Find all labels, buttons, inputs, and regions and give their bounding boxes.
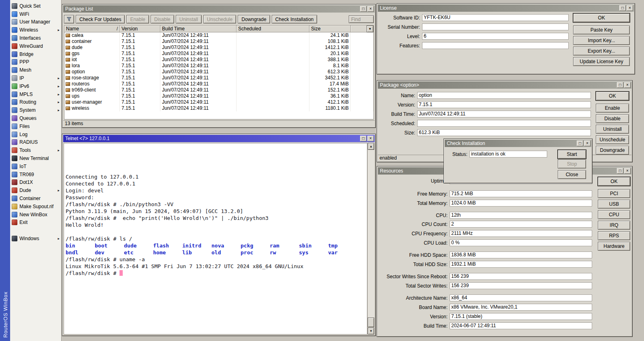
- ok-button[interactable]: OK: [596, 92, 629, 100]
- sidebar-item-mpls[interactable]: MPLS▸: [10, 90, 61, 98]
- column-header-build-time[interactable]: Build Time: [160, 26, 237, 32]
- package-option-titlebar[interactable]: Package <option> □ ×: [378, 81, 631, 89]
- scheduled-field[interactable]: [417, 120, 591, 127]
- usb-button[interactable]: USB: [598, 200, 630, 209]
- sidebar-item-routing[interactable]: Routing▸: [10, 98, 61, 107]
- uninstall-button[interactable]: Uninstall: [596, 125, 629, 134]
- software-id-field[interactable]: YFTK-EK6U: [422, 14, 569, 21]
- table-row[interactable]: iot7.15.1Jun/07/2024 12:49:11388.1 KiB: [64, 57, 373, 63]
- sidebar-item-windows[interactable]: Windows▸: [10, 234, 61, 243]
- table-row[interactable]: user-manager7.15.1Jun/07/2024 12:49:1141…: [64, 99, 373, 105]
- uninstall-button[interactable]: Uninstall: [176, 15, 202, 23]
- column-header-version[interactable]: Version: [120, 26, 160, 32]
- unschedule-button[interactable]: Unschedule: [203, 15, 236, 23]
- terminal[interactable]: Connecting to 127.0.0.1 Connected to 127…: [64, 143, 367, 335]
- restore-icon[interactable]: □: [617, 168, 623, 174]
- sidebar-item-dot1x[interactable]: Dot1X: [10, 179, 61, 187]
- table-row[interactable]: dude7.15.1Jun/07/2024 12:49:111412.1 KiB: [64, 45, 373, 51]
- sidebar-item-mesh[interactable]: Mesh: [10, 66, 61, 74]
- hardware-button[interactable]: Hardware: [598, 242, 630, 251]
- build-time-field[interactable]: Jun/07/2024 12:49:11: [417, 111, 591, 117]
- sidebar-item-user-manager[interactable]: User Manager: [10, 18, 61, 26]
- table-row[interactable]: option7.15.1Jun/07/2024 12:49:11612.3 Ki…: [64, 69, 373, 75]
- size-field[interactable]: 612.3 KiB: [417, 129, 591, 136]
- downgrade-button[interactable]: Downgrade: [596, 146, 629, 155]
- close-icon[interactable]: ×: [367, 6, 374, 12]
- board-name-field[interactable]: x86 VMware, Inc. VMware20,1: [450, 304, 592, 311]
- sidebar-item-dude[interactable]: Dude▸: [10, 186, 61, 194]
- check-installation-button[interactable]: Check Installation: [272, 15, 318, 23]
- cpu-field[interactable]: 12th: [450, 212, 592, 219]
- total-hdd-size-field[interactable]: 1932.1 MiB: [450, 261, 592, 268]
- disable-button[interactable]: Disable: [151, 15, 174, 23]
- find-input[interactable]: [349, 15, 374, 23]
- sidebar-item-radius[interactable]: RADIUS: [10, 139, 61, 147]
- sidebar-item-ppp[interactable]: PPP: [10, 58, 61, 66]
- sector-writes-since-reboot-field[interactable]: 156 239: [450, 273, 592, 280]
- unschedule-button[interactable]: Unschedule: [596, 135, 629, 144]
- sidebar-item-queues[interactable]: Queues: [10, 114, 61, 122]
- table-row[interactable]: routeros7.15.1Jun/07/2024 12:49:1117.4 M…: [64, 81, 373, 87]
- telnet-titlebar[interactable]: Telnet <7> 127.0.0.1 □ ×: [63, 135, 375, 142]
- sidebar-item-ipv6[interactable]: IPv6▸: [10, 82, 61, 90]
- architecture-name-field[interactable]: x86_64: [450, 294, 592, 301]
- enable-button[interactable]: Enable: [126, 15, 149, 23]
- sidebar-item-new-terminal[interactable]: New Terminal: [10, 154, 61, 162]
- features-field[interactable]: [422, 42, 569, 49]
- cpu-load-field[interactable]: 0 %: [450, 239, 592, 246]
- build-time-field[interactable]: 2024-06-07 12:49:11: [450, 322, 592, 329]
- terminal-scrollbar[interactable]: ▲ ▼: [367, 143, 374, 335]
- table-row[interactable]: calea7.15.1Jun/07/2024 12:49:1124.1 KiB: [64, 32, 373, 38]
- check-for-updates-button[interactable]: Check For Updates: [76, 15, 125, 23]
- close-button[interactable]: Close: [558, 170, 586, 179]
- sidebar-item-ip[interactable]: IP▸: [10, 74, 61, 82]
- sidebar-item-make-supout[interactable]: Make Supout.rif: [10, 202, 61, 211]
- close-icon[interactable]: ×: [367, 136, 374, 141]
- sidebar-item-tools[interactable]: Tools▸: [10, 146, 61, 154]
- free-hdd-space-field[interactable]: 1836.8 MiB: [450, 251, 592, 258]
- table-row[interactable]: lora7.15.1Jun/07/2024 12:49:118.1 KiB: [64, 63, 373, 69]
- sidebar-item-log[interactable]: Log: [10, 130, 61, 139]
- start-button[interactable]: Start: [558, 150, 586, 159]
- package-list-titlebar[interactable]: Package List □ ×: [63, 5, 375, 13]
- column-header-size[interactable]: Size: [309, 26, 351, 32]
- cpu-count-field[interactable]: 2: [450, 221, 592, 228]
- close-icon[interactable]: ×: [584, 141, 591, 146]
- free-memory-field[interactable]: 715.2 MiB: [450, 190, 592, 197]
- filter-button[interactable]: [64, 15, 74, 23]
- update-license-key-button[interactable]: Update License Key: [573, 57, 630, 66]
- cpu-frequency-field[interactable]: 2111 MHz: [450, 230, 592, 237]
- sidebar-item-iot[interactable]: IoT: [10, 162, 61, 170]
- sidebar-item-files[interactable]: Files: [10, 122, 61, 130]
- sidebar-item-wifi[interactable]: WiFi: [10, 10, 61, 18]
- sidebar-item-quick-set[interactable]: Quick Set: [10, 2, 61, 10]
- irq-button[interactable]: IRQ: [598, 221, 630, 230]
- column-header-name[interactable]: Name/: [64, 26, 120, 32]
- table-row[interactable]: container7.15.1Jun/07/2024 12:49:11108.1…: [64, 38, 373, 45]
- column-header-scheduled[interactable]: Scheduled: [237, 26, 309, 32]
- sidebar-item-bridge[interactable]: Bridge: [10, 50, 61, 58]
- pci-button[interactable]: PCI: [598, 189, 630, 198]
- sidebar-item-wireless[interactable]: Wireless▸: [10, 26, 61, 34]
- rps-button[interactable]: RPS: [598, 231, 630, 240]
- cpu-button[interactable]: CPU: [598, 210, 630, 219]
- sidebar-item-wireguard[interactable]: WireGuard: [10, 42, 61, 50]
- sidebar-item-container[interactable]: Container: [10, 194, 61, 202]
- check-installation-titlebar[interactable]: Check Installation □ ×: [445, 140, 591, 147]
- restore-icon[interactable]: □: [360, 6, 367, 12]
- table-row[interactable]: ups7.15.1Jun/07/2024 12:49:1136.1 KiB: [64, 93, 373, 99]
- downgrade-button[interactable]: Downgrade: [238, 15, 270, 23]
- scroll-up-icon[interactable]: ▲: [368, 143, 374, 150]
- version-field[interactable]: 7.15.1: [417, 101, 591, 108]
- restore-icon[interactable]: □: [360, 136, 367, 141]
- stop-button[interactable]: Stop: [558, 160, 586, 168]
- ok-button[interactable]: OK: [598, 177, 630, 186]
- enable-button[interactable]: Enable: [596, 104, 629, 113]
- sidebar-item-tr069[interactable]: TR069: [10, 170, 61, 179]
- close-icon[interactable]: ×: [627, 5, 633, 11]
- serial-number-field[interactable]: [422, 23, 569, 30]
- total-sector-writes-field[interactable]: 156 239: [450, 282, 592, 289]
- column-select-button[interactable]: ▼: [367, 26, 373, 32]
- license-titlebar[interactable]: License □ ×: [378, 4, 634, 12]
- status-field[interactable]: installation is ok: [469, 151, 547, 158]
